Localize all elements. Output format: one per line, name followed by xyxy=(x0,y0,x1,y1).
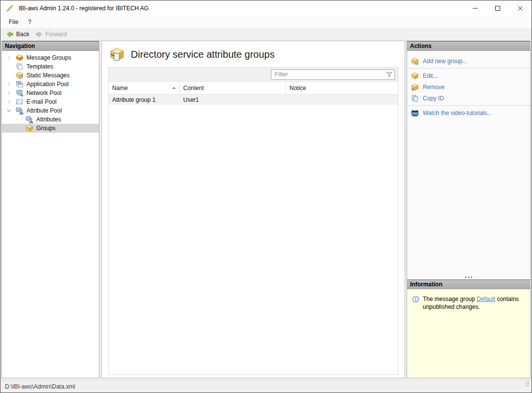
nav-item-message-groups[interactable]: Message Groups xyxy=(2,53,99,62)
data-file-path: D:\IBI-aws\Admin\Data.xml xyxy=(5,383,75,390)
app-icon xyxy=(5,4,14,13)
forward-button: Forward xyxy=(32,29,70,39)
cell-name: Attribute group 1 xyxy=(109,96,180,103)
action-edit[interactable]: Edit... xyxy=(407,70,530,81)
back-arrow-icon xyxy=(6,30,14,38)
menu-file[interactable]: File xyxy=(4,16,23,28)
nav-item-application-pool[interactable]: Application Pool xyxy=(2,80,99,89)
minimize-button[interactable] xyxy=(464,0,486,16)
network-pool-icon xyxy=(16,89,24,97)
nav-item-network-pool[interactable]: Network Pool xyxy=(2,89,99,97)
actions-separator xyxy=(407,68,530,69)
chevron-spacer xyxy=(5,71,13,79)
forward-arrow-icon xyxy=(35,30,43,38)
close-icon xyxy=(517,5,523,11)
page-title: Directory service attribute groups xyxy=(131,49,274,60)
information-content: The message group Default contains unpub… xyxy=(407,289,530,378)
default-group-link[interactable]: Default xyxy=(477,296,495,302)
copy-icon xyxy=(411,94,419,102)
action-copy-id[interactable]: Copy ID xyxy=(407,92,530,104)
chevron-down-icon[interactable] xyxy=(5,107,13,115)
titlebar[interactable]: IBI-aws Admin 1.24.0 - registered for IB… xyxy=(0,0,532,16)
info-icon xyxy=(412,296,419,303)
splitter-handle-icon xyxy=(465,277,472,278)
maximize-button[interactable] xyxy=(486,0,509,16)
information-message: The message group Default contains unpub… xyxy=(423,295,525,311)
cell-content: User1 xyxy=(180,96,286,103)
actions-panel-header: Actions xyxy=(407,41,530,51)
nav-item-email-pool[interactable]: E-mail Pool xyxy=(2,97,99,106)
right-panel: Actions Add new group... Edit... Remove xyxy=(407,41,531,378)
message-groups-icon xyxy=(16,54,24,62)
nav-item-groups[interactable]: Groups xyxy=(2,124,99,133)
app-window: IBI-aws Admin 1.24.0 - registered for IB… xyxy=(0,0,532,393)
templates-icon xyxy=(16,63,24,70)
application-pool-icon xyxy=(16,80,24,88)
menubar: File ? xyxy=(0,16,532,28)
sort-ascending-icon xyxy=(172,87,176,89)
nav-item-templates[interactable]: Templates xyxy=(2,62,99,71)
groups-table-container: Name Content Notice Attribute group 1 Us… xyxy=(108,67,398,375)
forward-label: Forward xyxy=(46,31,67,38)
window-title: IBI-aws Admin 1.24.0 - registered for IB… xyxy=(19,5,148,12)
window-controls xyxy=(464,0,532,16)
main-panel: Directory service attribute groups Name … xyxy=(101,41,405,378)
navigation-tree: Message Groups Templates Static Messages… xyxy=(2,51,99,133)
chevron-spacer xyxy=(15,116,23,123)
email-pool-icon xyxy=(16,98,24,106)
navigation-panel: Navigation Message Groups Templates Stat… xyxy=(1,41,99,378)
window-body: Navigation Message Groups Templates Stat… xyxy=(0,41,532,380)
static-messages-icon xyxy=(16,71,24,79)
nav-item-static-messages[interactable]: Static Messages xyxy=(2,71,99,80)
information-message-prefix: The message group xyxy=(423,296,477,302)
attribute-groups-page-icon xyxy=(110,47,124,62)
chevron-spacer xyxy=(15,124,23,132)
maximize-icon xyxy=(495,5,501,11)
page-title-row: Directory service attribute groups xyxy=(102,41,405,67)
table-header: Name Content Notice xyxy=(109,82,398,94)
attribute-pool-icon xyxy=(16,107,24,115)
add-group-icon xyxy=(411,57,419,65)
filter-input[interactable] xyxy=(271,69,395,80)
navigation-panel-header: Navigation xyxy=(2,41,99,51)
filter-icon[interactable] xyxy=(386,71,393,78)
action-add-new-group[interactable]: Add new group... xyxy=(407,55,530,67)
column-header-notice[interactable]: Notice xyxy=(286,82,398,94)
action-watch-video-tutorials[interactable]: Watch the video-tutorials... xyxy=(407,107,530,118)
column-notice-label: Notice xyxy=(290,85,306,92)
toolbar: Back Forward xyxy=(0,28,532,41)
table-row[interactable]: Attribute group 1 User1 xyxy=(109,94,398,105)
back-label: Back xyxy=(16,31,29,38)
filter-bar xyxy=(109,68,398,82)
groups-icon xyxy=(25,124,33,132)
chevron-right-icon[interactable] xyxy=(5,98,13,106)
edit-group-icon xyxy=(411,72,419,80)
column-header-content[interactable]: Content xyxy=(180,82,286,94)
actions-separator xyxy=(407,105,530,106)
chevron-spacer xyxy=(5,63,13,70)
menu-help[interactable]: ? xyxy=(23,16,36,28)
chevron-right-icon[interactable] xyxy=(5,89,13,97)
column-name-label: Name xyxy=(112,85,128,92)
chevron-right-icon[interactable] xyxy=(5,80,13,88)
column-header-name[interactable]: Name xyxy=(109,82,180,94)
chevron-right-icon[interactable] xyxy=(5,54,13,62)
column-content-label: Content xyxy=(183,85,204,92)
attributes-icon xyxy=(25,116,33,123)
action-remove[interactable]: Remove xyxy=(407,81,530,92)
information-panel-header: Information xyxy=(407,279,530,289)
actions-list: Add new group... Edit... Remove Copy ID xyxy=(407,51,530,275)
panel-splitter[interactable] xyxy=(407,275,530,279)
nav-item-attributes[interactable]: Attributes xyxy=(2,115,99,124)
resize-grip-icon[interactable] xyxy=(524,385,525,386)
tv-icon xyxy=(411,109,419,117)
nav-item-attribute-pool[interactable]: Attribute Pool xyxy=(2,106,99,115)
statusbar: D:\IBI-aws\Admin\Data.xml xyxy=(0,380,532,393)
minimize-icon xyxy=(472,5,478,11)
remove-group-icon xyxy=(411,83,419,91)
close-button[interactable] xyxy=(509,0,532,16)
filter-field xyxy=(271,69,395,80)
back-button[interactable]: Back xyxy=(3,29,32,39)
